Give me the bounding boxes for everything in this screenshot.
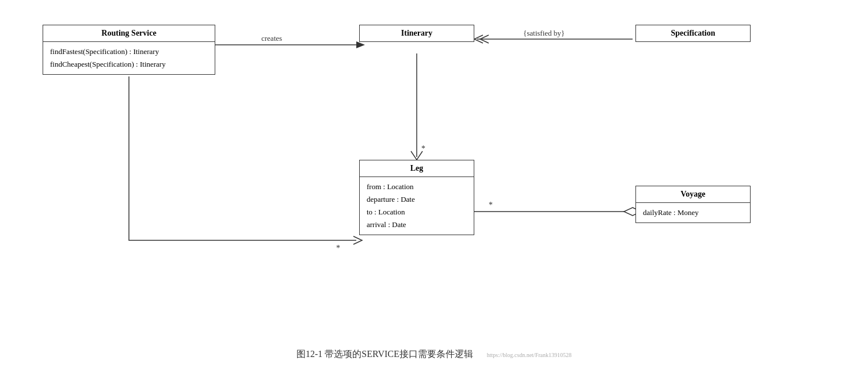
routing-service-method-2: findCheapest(Specification) : Itinerary <box>50 58 208 71</box>
caption-text: 图12-1 带选项的SERVICE接口需要条件逻辑 <box>296 349 473 359</box>
figure-caption: 图12-1 带选项的SERVICE接口需要条件逻辑 https://blog.c… <box>296 348 572 360</box>
specification-box: Specification <box>635 25 751 42</box>
leg-attr-2: departure : Date <box>367 193 467 206</box>
voyage-title: Voyage <box>636 186 750 203</box>
leg-body: from : Location departure : Date to : Lo… <box>360 177 474 235</box>
leg-title: Leg <box>360 160 474 177</box>
leg-attr-4: arrival : Date <box>367 218 467 231</box>
satisfied-by-label: {satisfied by} <box>523 29 565 37</box>
svg-text:*: * <box>489 201 493 209</box>
voyage-box: Voyage dailyRate : Money <box>635 186 751 223</box>
routing-service-method-1: findFastest(Specification) : Itinerary <box>50 45 208 58</box>
url-text: https://blog.csdn.net/Frank13910528 <box>487 352 572 358</box>
leg-box: Leg from : Location departure : Date to … <box>359 160 474 235</box>
voyage-attr-1: dailyRate : Money <box>643 206 743 219</box>
leg-attr-1: from : Location <box>367 181 467 193</box>
leg-attr-3: to : Location <box>367 206 467 218</box>
routing-service-title: Routing Service <box>43 25 215 42</box>
voyage-body: dailyRate : Money <box>636 203 750 222</box>
routing-service-body: findFastest(Specification) : Itinerary f… <box>43 42 215 74</box>
svg-text:*: * <box>336 244 340 252</box>
creates-label: creates <box>261 34 282 43</box>
routing-service-box: Routing Service findFastest(Specificatio… <box>43 25 215 75</box>
specification-title: Specification <box>636 25 750 41</box>
itinerary-box: Itinerary <box>359 25 474 42</box>
svg-text:*: * <box>421 144 425 153</box>
itinerary-title: Itinerary <box>360 25 474 41</box>
svg-marker-1 <box>356 41 365 48</box>
uml-diagram: creates {satisfied by} * * * Routing Ser… <box>31 16 837 338</box>
